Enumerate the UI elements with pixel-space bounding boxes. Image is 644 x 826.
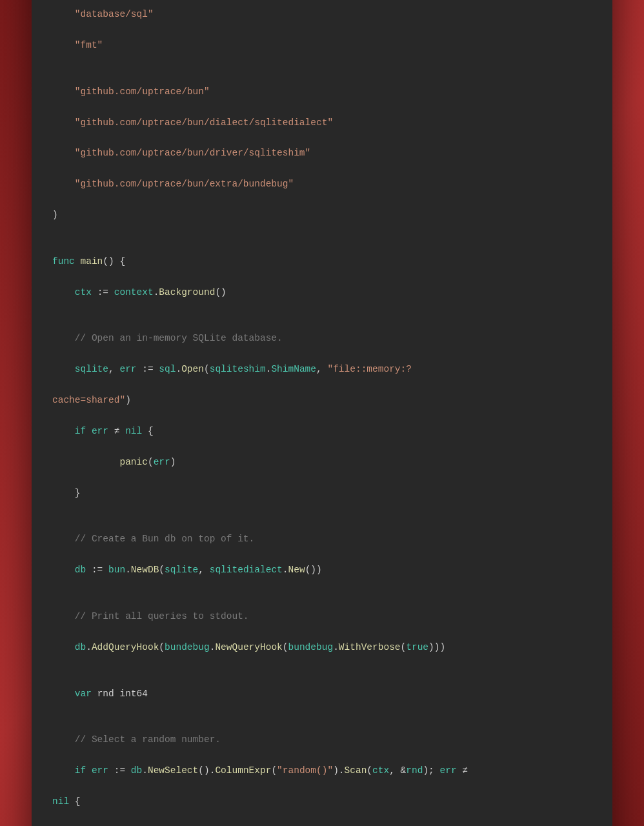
code-editor: package main import ( "context" "databas… [32,0,612,826]
code-window: https://t.me/Golang_google package main … [32,0,612,826]
